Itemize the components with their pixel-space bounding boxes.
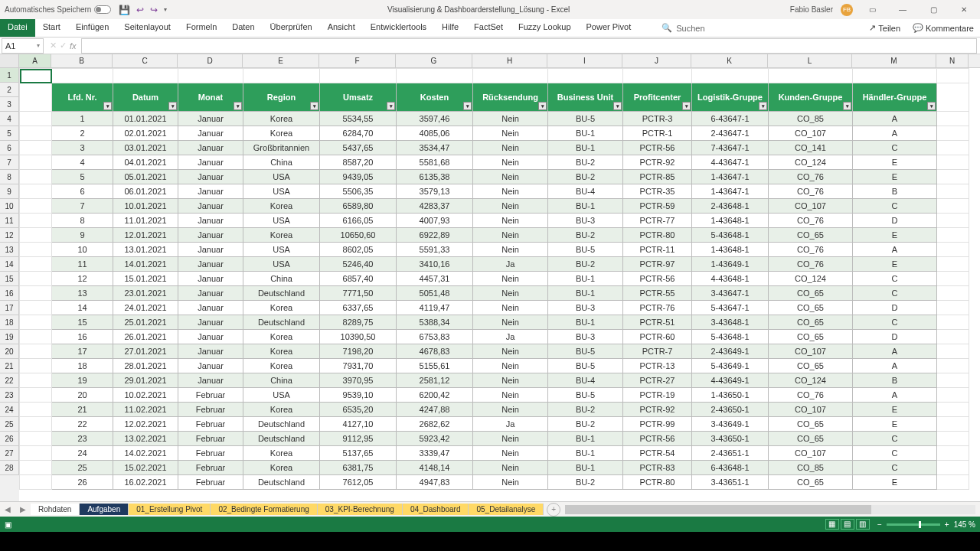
cell[interactable]: 21 <box>52 403 113 417</box>
cell[interactable]: 3-43648-1 <box>692 315 769 330</box>
cell[interactable]: CO_65 <box>769 417 853 432</box>
tab-pagelayout[interactable]: Seitenlayout <box>116 19 178 37</box>
cell[interactable]: 4-43649-1 <box>692 373 769 388</box>
cell[interactable]: Januar <box>178 141 243 155</box>
cell[interactable]: 15.01.2021 <box>113 272 178 286</box>
cell[interactable]: E <box>853 228 937 243</box>
cell[interactable]: 5-43648-1 <box>692 330 769 344</box>
cell[interactable]: 4678,83 <box>397 344 473 359</box>
filter-button[interactable]: ▾ <box>463 102 472 110</box>
fx-icon[interactable]: fx <box>70 41 77 51</box>
cell[interactable]: Nein <box>473 243 548 257</box>
cell[interactable]: PCTR-35 <box>623 184 692 199</box>
cell[interactable]: BU-1 <box>548 199 623 214</box>
sheet-nav-prev-icon[interactable]: ◀ <box>0 505 15 514</box>
cell[interactable]: 8289,75 <box>320 315 397 330</box>
cell[interactable]: C <box>853 461 937 475</box>
cell[interactable]: Großbritannien <box>243 141 320 155</box>
cell[interactable]: Korea <box>243 228 320 243</box>
cell[interactable]: 28.01.2021 <box>113 359 178 373</box>
cell[interactable]: CO_85 <box>769 461 853 475</box>
cell[interactable]: Ja <box>473 330 548 344</box>
row-header-19[interactable]: 19 <box>0 330 19 344</box>
tab-factset[interactable]: FactSet <box>466 19 511 37</box>
cell[interactable]: 25 <box>52 461 113 475</box>
cell[interactable]: Nein <box>473 286 548 301</box>
add-sheet-button[interactable]: + <box>547 503 560 517</box>
cell[interactable]: 9 <box>52 228 113 243</box>
cell-A1[interactable] <box>20 69 52 83</box>
table-header-5[interactable]: Kosten▾ <box>397 83 473 112</box>
cell[interactable]: 25.01.2021 <box>113 315 178 330</box>
cell[interactable]: 9439,05 <box>320 170 397 184</box>
cell[interactable]: B <box>853 184 937 199</box>
cell[interactable]: Deutschland <box>243 315 320 330</box>
cell[interactable]: PCTR-3 <box>623 112 692 126</box>
cell[interactable]: 7931,70 <box>320 359 397 373</box>
cell[interactable]: PCTR-99 <box>623 417 692 432</box>
cell[interactable]: BU-1 <box>548 315 623 330</box>
cell[interactable]: China <box>243 373 320 388</box>
cell[interactable]: 11.02.2021 <box>113 403 178 417</box>
cell[interactable]: 22 <box>52 417 113 432</box>
cell[interactable]: 6-43647-1 <box>692 112 769 126</box>
cell-D1[interactable] <box>178 69 243 83</box>
cell[interactable]: D <box>853 301 937 315</box>
cell[interactable]: BU-1 <box>548 286 623 301</box>
cell[interactable]: 3970,95 <box>320 373 397 388</box>
column-header-I[interactable]: I <box>547 54 622 67</box>
cell[interactable]: 3339,47 <box>397 446 473 461</box>
cell[interactable]: 8 <box>52 214 113 228</box>
cell[interactable]: CO_65 <box>769 315 853 330</box>
cell[interactable]: 5137,65 <box>320 446 397 461</box>
row-header-3[interactable]: 3 <box>0 97 19 112</box>
cell[interactable]: BU-2 <box>548 155 623 170</box>
cell[interactable]: CO_107 <box>769 344 853 359</box>
cell[interactable]: BU-5 <box>548 112 623 126</box>
cell[interactable]: Januar <box>178 243 243 257</box>
cell[interactable]: USA <box>243 214 320 228</box>
cell[interactable]: USA <box>243 170 320 184</box>
sheet-tab-pivot[interactable]: 01_Erstellung Pivot <box>129 504 211 515</box>
cell[interactable]: 7198,20 <box>320 344 397 359</box>
row-header-27[interactable]: 27 <box>0 446 19 461</box>
cell[interactable]: Deutschland <box>243 286 320 301</box>
tab-view[interactable]: Ansicht <box>320 19 363 37</box>
cell[interactable]: 10390,50 <box>320 330 397 344</box>
sheet-tab-aufgaben[interactable]: Aufgaben <box>80 504 129 515</box>
cell[interactable]: 20 <box>52 388 113 403</box>
cell[interactable]: CO_141 <box>769 141 853 155</box>
cell[interactable]: 26 <box>52 475 113 490</box>
cell[interactable]: BU-4 <box>548 373 623 388</box>
cell[interactable]: 5506,35 <box>320 184 397 199</box>
cell[interactable]: Januar <box>178 272 243 286</box>
cell[interactable]: 1-43647-1 <box>692 170 769 184</box>
cell[interactable]: Nein <box>473 315 548 330</box>
cell[interactable]: 14 <box>52 301 113 315</box>
cell[interactable]: 7-43647-1 <box>692 141 769 155</box>
cell[interactable]: BU-5 <box>548 243 623 257</box>
minimize-icon[interactable]: — <box>891 5 914 14</box>
filter-button[interactable]: ▾ <box>234 102 242 110</box>
row-header-6[interactable]: 6 <box>0 141 19 155</box>
cell[interactable]: 3-43651-1 <box>692 475 769 490</box>
enter-formula-icon[interactable]: ✓ <box>60 41 67 51</box>
cell[interactable]: 5923,42 <box>397 432 473 446</box>
sheet-tab-bedingte[interactable]: 02_Bedingte Formatierung <box>211 504 317 515</box>
cell[interactable]: 4-43647-1 <box>692 155 769 170</box>
cell[interactable]: 3534,47 <box>397 141 473 155</box>
cell[interactable]: Nein <box>473 170 548 184</box>
cell[interactable]: 10.02.2021 <box>113 388 178 403</box>
column-header-N[interactable]: N <box>936 54 969 67</box>
filter-button[interactable]: ▾ <box>843 102 851 110</box>
column-header-B[interactable]: B <box>51 54 113 67</box>
cell[interactable]: CO_65 <box>769 228 853 243</box>
cell[interactable]: 9539,10 <box>320 388 397 403</box>
filter-button[interactable]: ▾ <box>613 102 622 110</box>
column-header-J[interactable]: J <box>622 54 691 67</box>
tab-help[interactable]: Hilfe <box>434 19 466 37</box>
tab-start[interactable]: Start <box>35 19 68 37</box>
cell[interactable]: CO_76 <box>769 214 853 228</box>
cell[interactable]: 1-43648-1 <box>692 214 769 228</box>
redo-icon[interactable]: ↪ <box>150 5 158 15</box>
